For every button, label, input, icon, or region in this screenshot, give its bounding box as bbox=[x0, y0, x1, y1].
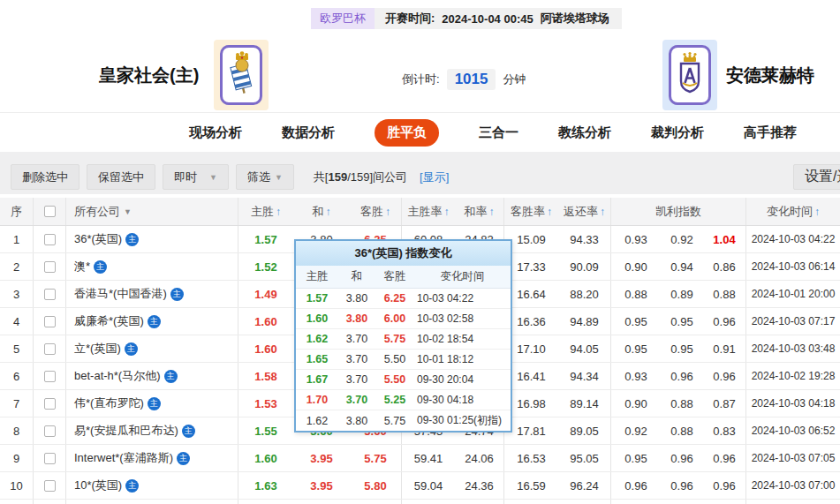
show-link[interactable]: [显示] bbox=[420, 169, 449, 185]
home-odds-cell[interactable]: 1.60 bbox=[238, 335, 293, 362]
main-company-icon[interactable]: 主 bbox=[125, 233, 139, 246]
kelly-draw-cell: 0.88 bbox=[661, 390, 703, 417]
away-rate-cell: 16.36 bbox=[504, 308, 558, 335]
company-cell[interactable]: 澳*主 bbox=[66, 253, 238, 280]
header-company[interactable]: 所有公司▼ bbox=[66, 198, 238, 225]
company-name[interactable]: Interwet*(塞浦路斯) bbox=[74, 450, 173, 466]
main-company-icon[interactable]: 主 bbox=[148, 397, 161, 410]
header-select-all[interactable] bbox=[34, 198, 66, 225]
row-checkbox[interactable] bbox=[44, 398, 56, 410]
main-company-icon[interactable]: 主 bbox=[94, 260, 107, 274]
company-cell[interactable]: 易*(安提瓜和巴布达)主 bbox=[66, 417, 238, 444]
home-odds-cell[interactable] bbox=[238, 500, 293, 504]
away-odds-cell[interactable] bbox=[350, 500, 402, 504]
home-odds-cell[interactable]: 1.60 bbox=[238, 445, 293, 471]
header-change-time[interactable]: 变化时间↑ bbox=[746, 198, 840, 225]
header-away-rate[interactable]: 客胜率↑ bbox=[504, 198, 558, 225]
home-odds-cell[interactable]: 1.55 bbox=[238, 417, 293, 444]
company-name[interactable]: 澳* bbox=[74, 259, 90, 275]
company-cell[interactable]: 10*(英国)主 bbox=[66, 472, 238, 499]
company-cell[interactable]: Interwet*(塞浦路斯)主 bbox=[66, 445, 238, 471]
sort-asc-icon: ↑ bbox=[385, 206, 390, 218]
company-name[interactable]: 立*(英国) bbox=[74, 341, 121, 357]
sort-asc-icon: ↑ bbox=[326, 206, 331, 218]
row-checkbox-cell bbox=[34, 308, 66, 335]
main-company-icon[interactable]: 主 bbox=[125, 479, 139, 493]
row-checkbox[interactable] bbox=[44, 371, 56, 382]
return-rate-cell: 94.34 bbox=[558, 363, 611, 389]
company-name[interactable]: 威廉希*(英国) bbox=[74, 313, 144, 329]
row-checkbox[interactable] bbox=[44, 289, 56, 300]
away-odds-cell[interactable]: 5.75 bbox=[350, 445, 402, 471]
row-checkbox[interactable] bbox=[44, 480, 56, 492]
main-company-icon[interactable]: 主 bbox=[164, 370, 178, 383]
away-odds-cell[interactable]: 5.80 bbox=[350, 472, 402, 499]
row-checkbox[interactable] bbox=[44, 343, 56, 355]
company-cell[interactable]: 伟*(直布罗陀)主 bbox=[66, 390, 238, 417]
nav-tab[interactable]: 裁判分析 bbox=[651, 124, 704, 141]
popup-odds-cell: 6.00 bbox=[375, 312, 414, 325]
header-return-rate[interactable]: 返还率↑ bbox=[558, 198, 611, 225]
company-cell[interactable]: 立*(英国)主 bbox=[66, 335, 238, 362]
draw-odds-cell[interactable]: 3.95 bbox=[293, 445, 350, 471]
keep-selected-button[interactable]: 保留选中 bbox=[87, 164, 155, 190]
row-number: 5 bbox=[0, 335, 34, 362]
nav-tab[interactable]: 数据分析 bbox=[282, 124, 335, 141]
home-odds-cell[interactable]: 1.63 bbox=[238, 472, 293, 499]
home-odds-cell[interactable]: 1.52 bbox=[238, 253, 293, 280]
main-company-icon[interactable]: 主 bbox=[170, 288, 184, 301]
row-number: 8 bbox=[0, 417, 34, 444]
settings-button[interactable]: 设置/选择 bbox=[793, 164, 840, 190]
company-name[interactable]: 10*(英国) bbox=[74, 478, 122, 493]
company-cell[interactable] bbox=[66, 500, 238, 504]
popup-odds-cell: 1.57 bbox=[296, 292, 338, 305]
company-name[interactable]: 香港马*(中国香港) bbox=[74, 286, 167, 302]
row-checkbox[interactable] bbox=[44, 261, 56, 273]
draw-odds-cell[interactable]: 3.95 bbox=[293, 472, 350, 499]
main-company-icon[interactable]: 主 bbox=[125, 342, 138, 356]
away-rate-cell: 16.98 bbox=[504, 390, 558, 417]
select-all-checkbox[interactable] bbox=[44, 206, 56, 217]
row-checkbox[interactable] bbox=[44, 453, 56, 464]
main-company-icon[interactable]: 主 bbox=[182, 425, 195, 438]
header-draw-rate[interactable]: 和率↑ bbox=[455, 198, 504, 225]
kelly-away-cell: 0.87 bbox=[703, 390, 746, 417]
sort-asc-icon: ↑ bbox=[276, 206, 281, 218]
header-home-rate[interactable]: 主胜率↑ bbox=[402, 198, 455, 225]
popup-time-cell: 10-02 18:54 bbox=[414, 333, 511, 345]
nav-tab[interactable]: 高手推荐 bbox=[744, 124, 797, 141]
company-cell[interactable]: 36*(英国)主 bbox=[66, 226, 238, 252]
draw-odds-cell[interactable] bbox=[293, 500, 350, 504]
header-draw-odds[interactable]: 和↑ bbox=[293, 198, 350, 225]
row-checkbox[interactable] bbox=[44, 234, 56, 245]
company-name[interactable]: 易*(安提瓜和巴布达) bbox=[74, 423, 178, 439]
company-name[interactable]: 伟*(直布罗陀) bbox=[74, 395, 144, 411]
nav-tab[interactable]: 三合一 bbox=[479, 124, 518, 141]
nav-tab[interactable]: 教练分析 bbox=[558, 124, 611, 141]
main-company-icon[interactable]: 主 bbox=[148, 315, 161, 328]
popup-odds-cell: 1.70 bbox=[296, 394, 338, 406]
delete-selected-button[interactable]: 删除选中 bbox=[11, 164, 79, 190]
instant-dropdown[interactable]: 即时▼ bbox=[163, 164, 229, 190]
sort-asc-icon: ↑ bbox=[600, 206, 605, 218]
away-rate-cell: 16.53 bbox=[504, 445, 558, 471]
company-name[interactable]: bet-at-h*(马尔他) bbox=[74, 368, 161, 384]
row-checkbox[interactable] bbox=[44, 425, 56, 437]
company-name[interactable]: 36*(英国) bbox=[74, 231, 122, 247]
header-away-odds[interactable]: 客胜↑ bbox=[350, 198, 402, 225]
home-odds-cell[interactable]: 1.49 bbox=[238, 281, 293, 307]
company-cell[interactable]: 威廉希*(英国)主 bbox=[66, 308, 238, 335]
home-odds-cell[interactable]: 1.60 bbox=[238, 308, 293, 335]
home-odds-cell[interactable]: 1.58 bbox=[238, 363, 293, 389]
row-checkbox[interactable] bbox=[44, 316, 56, 327]
header-home-odds[interactable]: 主胜↑ bbox=[238, 198, 293, 225]
home-team-logo bbox=[214, 40, 269, 110]
company-cell[interactable]: 香港马*(中国香港)主 bbox=[66, 281, 238, 307]
home-odds-cell[interactable]: 1.57 bbox=[238, 226, 293, 252]
nav-tab[interactable]: 现场分析 bbox=[189, 124, 242, 141]
company-cell[interactable]: bet-at-h*(马尔他)主 bbox=[66, 363, 238, 389]
main-company-icon[interactable]: 主 bbox=[177, 452, 190, 465]
nav-tab[interactable]: 胜平负 bbox=[375, 119, 439, 147]
filter-dropdown[interactable]: 筛选▼ bbox=[236, 164, 294, 190]
home-odds-cell[interactable]: 1.53 bbox=[238, 390, 293, 417]
